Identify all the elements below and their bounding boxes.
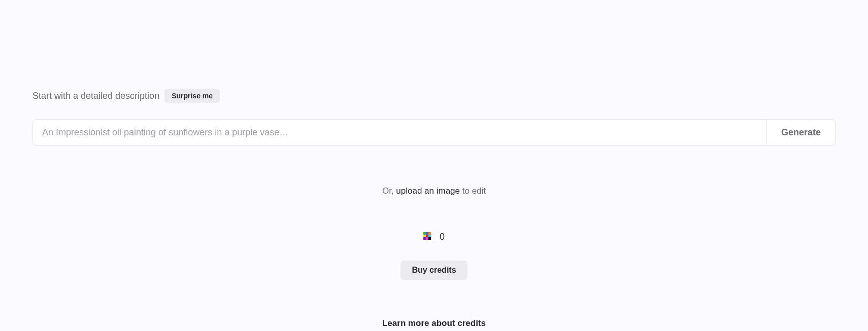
upload-prefix: Or, (382, 186, 396, 196)
svg-rect-2 (428, 232, 431, 235)
upload-image-link[interactable]: upload an image (396, 186, 460, 196)
svg-rect-9 (426, 237, 428, 240)
svg-rect-4 (423, 235, 426, 237)
prompt-input[interactable] (33, 120, 766, 145)
svg-rect-13 (426, 240, 428, 242)
description-header-row: Start with a detailed description Surpri… (32, 89, 836, 103)
upload-suffix: to edit (460, 186, 486, 196)
svg-rect-0 (423, 232, 426, 235)
svg-rect-3 (431, 232, 433, 235)
prompt-input-bar: Generate (32, 119, 836, 145)
svg-rect-11 (431, 237, 433, 240)
svg-rect-15 (431, 240, 433, 242)
credits-icon (423, 232, 433, 242)
svg-rect-7 (431, 235, 433, 237)
svg-rect-1 (426, 232, 428, 235)
svg-rect-14 (428, 240, 431, 242)
upload-row: Or, upload an image to edit (32, 186, 836, 196)
svg-rect-6 (428, 235, 431, 237)
credits-count: 0 (440, 232, 445, 242)
surprise-me-button[interactable]: Surprise me (164, 89, 220, 103)
svg-rect-8 (423, 237, 426, 240)
main-container: Start with a detailed description Surpri… (0, 0, 868, 328)
svg-rect-5 (426, 235, 428, 237)
svg-rect-12 (423, 240, 426, 242)
buy-credits-button[interactable]: Buy credits (400, 261, 467, 280)
generate-button[interactable]: Generate (766, 120, 835, 145)
learn-more-credits-link[interactable]: Learn more about credits (32, 318, 836, 328)
svg-rect-10 (428, 237, 431, 240)
credits-row: 0 (32, 232, 836, 242)
description-label: Start with a detailed description (32, 91, 159, 101)
